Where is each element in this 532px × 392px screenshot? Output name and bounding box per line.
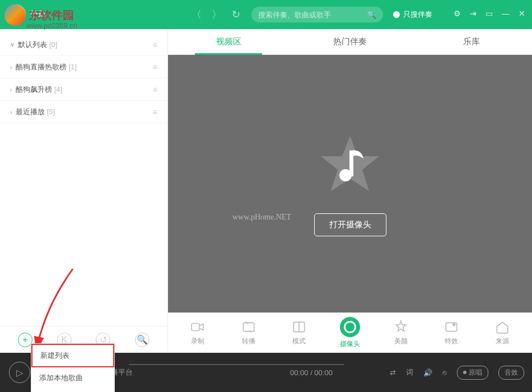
playlist-label: 默认列表 bbox=[18, 40, 47, 50]
search-box[interactable]: 🔍 bbox=[251, 7, 383, 22]
add-playlist-button[interactable]: + bbox=[18, 333, 32, 347]
hamburger-icon[interactable]: ≡ bbox=[153, 108, 157, 116]
close-icon[interactable]: ✕ bbox=[519, 9, 525, 18]
search-icon[interactable]: 🔍 bbox=[367, 10, 376, 19]
refresh-icon[interactable]: ↻ bbox=[232, 8, 240, 21]
tool-mode[interactable]: 模式 bbox=[279, 320, 319, 346]
watermark-text: www.pHome.NET bbox=[232, 213, 291, 222]
tool-camera[interactable]: 摄像头 bbox=[330, 317, 370, 349]
ctx-new-list[interactable]: 新建列表 bbox=[31, 344, 114, 367]
volume-icon[interactable]: 🔊 bbox=[423, 368, 432, 377]
tool-beauty[interactable]: 美颜 bbox=[381, 320, 421, 346]
nav-forward-icon[interactable]: 〉 bbox=[212, 8, 222, 21]
logo-text: 东软件园 bbox=[29, 8, 74, 23]
radio-icon bbox=[393, 11, 400, 18]
playlist-count: [5] bbox=[47, 108, 55, 116]
tool-effects[interactable]: + 特效 bbox=[432, 320, 471, 346]
nav-back-icon[interactable]: 〈 bbox=[192, 8, 202, 21]
video-preview-area: www.pHome.NET 打开摄像头 bbox=[168, 55, 532, 312]
playlist-hot[interactable]: › 酷狗直播热歌榜 [1] ≡ bbox=[0, 56, 167, 78]
hamburger-icon[interactable]: ≡ bbox=[153, 40, 157, 49]
playlist-count: [0] bbox=[49, 40, 57, 49]
playlist-default[interactable]: ∨ 默认列表 [0] ≡ bbox=[0, 34, 167, 56]
accomp-only-toggle[interactable]: 只搜伴奏 bbox=[393, 10, 432, 20]
loop-icon[interactable]: ⇄ bbox=[390, 368, 396, 377]
tab-video[interactable]: 视频区 bbox=[168, 29, 290, 54]
tab-library[interactable]: 乐库 bbox=[410, 29, 532, 54]
chevron-right-icon: › bbox=[10, 64, 12, 71]
svg-text:+: + bbox=[452, 322, 455, 328]
tab-hot[interactable]: 热门伴奏 bbox=[290, 29, 411, 54]
chevron-right-icon: › bbox=[10, 109, 12, 115]
svg-rect-4 bbox=[192, 324, 199, 331]
minimize-icon[interactable]: — bbox=[502, 9, 510, 18]
playlist-label: 酷狗直播热歌榜 bbox=[16, 62, 67, 72]
search-input[interactable] bbox=[258, 11, 367, 19]
playlist-context-menu: 新建列表 添加本地歌曲 添加本地歌曲文件夹 bbox=[31, 343, 115, 392]
hamburger-icon[interactable]: ≡ bbox=[153, 63, 157, 72]
accomp-only-label: 只搜伴奏 bbox=[403, 10, 432, 20]
tool-relay[interactable]: 转播 bbox=[229, 320, 268, 346]
time-display: 00:00 / 00:00 bbox=[290, 368, 333, 377]
tool-source[interactable]: 来源 bbox=[483, 320, 522, 346]
mini-mode-icon[interactable]: ⇥ bbox=[470, 9, 477, 18]
tool-record[interactable]: 录制 bbox=[178, 320, 217, 346]
playlist-count: [1] bbox=[69, 63, 77, 71]
sound-effect-button[interactable]: 音效 bbox=[498, 366, 524, 380]
chevron-down-icon: ∨ bbox=[10, 41, 15, 48]
logo-icon bbox=[4, 4, 26, 26]
equalizer-icon[interactable]: ⎋ bbox=[442, 368, 447, 377]
open-camera-button[interactable]: 打开摄像头 bbox=[314, 213, 386, 236]
original-vocal-button[interactable]: 原唱 bbox=[457, 366, 488, 380]
compact-icon[interactable]: ▭ bbox=[486, 9, 493, 18]
progress-bar[interactable] bbox=[129, 364, 344, 365]
playlist-recent[interactable]: › 最近播放 [5] ≡ bbox=[0, 101, 167, 123]
music-star-icon bbox=[316, 132, 384, 199]
hamburger-icon[interactable]: ≡ bbox=[153, 85, 157, 94]
play-button[interactable]: ▷ bbox=[9, 362, 30, 383]
ctx-add-local-songs[interactable]: 添加本地歌曲 bbox=[31, 367, 114, 389]
sidebar-search-button[interactable]: 🔍 bbox=[135, 333, 150, 347]
camera-circle-icon bbox=[340, 317, 360, 337]
ctx-add-local-folder[interactable]: 添加本地歌曲文件夹 bbox=[31, 389, 114, 392]
svg-rect-5 bbox=[243, 323, 254, 331]
playlist-label: 酷狗飙升榜 bbox=[16, 85, 52, 95]
settings-icon[interactable]: ⚙ bbox=[454, 9, 461, 18]
playlist-count: [4] bbox=[54, 85, 62, 94]
logo-url: www.pc0359.cn bbox=[26, 21, 77, 30]
playlist-label: 最近播放 bbox=[16, 107, 45, 117]
playlist-rising[interactable]: › 酷狗飙升榜 [4] ≡ bbox=[0, 78, 167, 101]
chevron-right-icon: › bbox=[10, 86, 12, 93]
lyrics-icon[interactable]: 词 bbox=[406, 367, 413, 377]
